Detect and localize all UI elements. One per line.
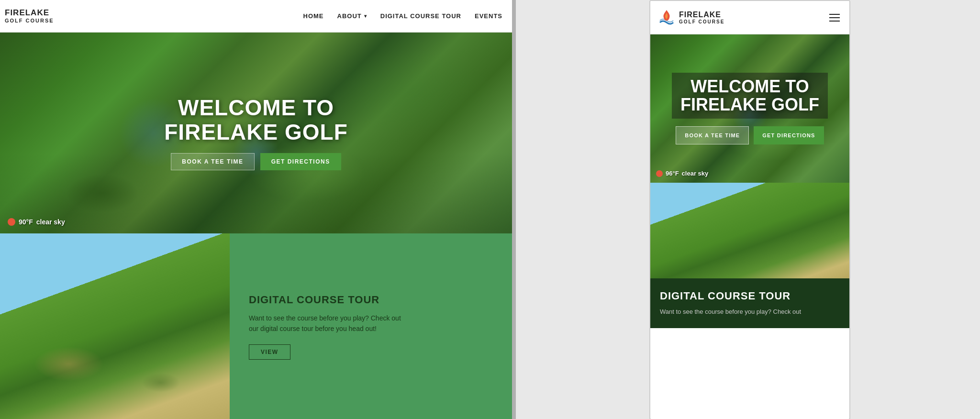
hero-overlay: WELCOME TO FIRELAKE GOLF BOOK A TEE TIME… — [0, 33, 512, 233]
mobile-hero-title-line2: FIRELAKE GOLF — [680, 95, 819, 114]
nav-links: HOME ABOUT ▾ DIGITAL COURSE TOUR EVENTS — [303, 12, 502, 20]
mobile-view-panel: FIRELAKE GOLF COURSE WELCOME TO FIRELAKE… — [516, 0, 980, 419]
nav-digital-course-tour[interactable]: DIGITAL COURSE TOUR — [380, 12, 461, 20]
mobile-nav: FIRELAKE GOLF COURSE — [650, 1, 849, 34]
mobile-weather-dot-icon — [656, 170, 663, 177]
flame-icon — [658, 9, 675, 26]
nav-about[interactable]: ABOUT ▾ — [337, 12, 367, 20]
mobile-hero: WELCOME TO FIRELAKE GOLF BOOK A TEE TIME… — [650, 34, 849, 183]
mobile-get-directions-button[interactable]: GET DIRECTIONS — [754, 126, 824, 144]
hero-title-line2: FIRELAKE GOLF — [164, 120, 348, 144]
mobile-logo: FIRELAKE GOLF COURSE — [658, 9, 827, 26]
get-directions-button[interactable]: GET DIRECTIONS — [260, 153, 341, 170]
mobile-book-tee-time-button[interactable]: BOOK A TEE TIME — [676, 126, 749, 144]
desktop-hero: WELCOME TO FIRELAKE GOLF BOOK A TEE TIME… — [0, 33, 512, 233]
hamburger-menu[interactable] — [827, 12, 842, 23]
weather-badge: 90°F clear sky — [8, 218, 65, 226]
view-button[interactable]: VIEW — [249, 344, 290, 360]
logo-line2: GOLF COURSE — [5, 18, 54, 23]
mobile-logo-line1: FIRELAKE — [679, 11, 724, 19]
weather-dot-icon — [8, 218, 15, 226]
about-chevron-icon: ▾ — [364, 13, 367, 19]
digital-tour-content: DIGITAL COURSE TOUR Want to see the cour… — [230, 233, 512, 419]
panel-separator — [512, 0, 516, 419]
mobile-hero-title-line1: WELCOME TO — [690, 77, 809, 96]
hamburger-line-2 — [829, 17, 840, 18]
nav-about-label: ABOUT — [337, 12, 362, 20]
desktop-nav: FIRELAKE GOLF COURSE HOME ABOUT ▾ DIGITA… — [0, 0, 512, 33]
weather-temp: 90°F — [19, 218, 33, 226]
mobile-digital-tour-title: DIGITAL COURSE TOUR — [660, 290, 840, 302]
mobile-weather-badge: 96°F clear sky — [656, 170, 708, 177]
desktop-lower-section: DIGITAL COURSE TOUR Want to see the cour… — [0, 233, 512, 419]
mobile-lower-section: DIGITAL COURSE TOUR Want to see the cour… — [650, 183, 849, 328]
course-image — [0, 233, 230, 419]
digital-tour-description: Want to see the course before you play? … — [249, 313, 402, 334]
mobile-hero-title-bg: WELCOME TO FIRELAKE GOLF — [672, 73, 828, 119]
hamburger-line-3 — [829, 21, 840, 22]
mobile-digital-tour-content: DIGITAL COURSE TOUR Want to see the cour… — [650, 278, 849, 328]
hero-buttons: BOOK A TEE TIME GET DIRECTIONS — [171, 153, 341, 170]
mobile-course-image — [650, 183, 849, 278]
logo-line1: FIRELAKE — [5, 9, 54, 18]
mobile-device: FIRELAKE GOLF COURSE WELCOME TO FIRELAKE… — [649, 0, 850, 419]
mobile-weather-desc: clear sky — [682, 170, 709, 177]
hamburger-line-1 — [829, 14, 840, 15]
book-tee-time-button[interactable]: BOOK A TEE TIME — [171, 153, 254, 170]
mobile-weather-temp: 96°F — [666, 170, 679, 177]
mobile-hero-title: WELCOME TO FIRELAKE GOLF — [680, 77, 819, 114]
mobile-logo-text: FIRELAKE GOLF COURSE — [679, 11, 724, 24]
desktop-view: FIRELAKE GOLF COURSE HOME ABOUT ▾ DIGITA… — [0, 0, 512, 419]
hero-title-line1: WELCOME TO — [178, 95, 334, 120]
hero-title: WELCOME TO FIRELAKE GOLF — [164, 96, 348, 144]
nav-events[interactable]: EVENTS — [475, 12, 502, 20]
desktop-logo: FIRELAKE GOLF COURSE — [5, 9, 54, 23]
digital-tour-title: DIGITAL COURSE TOUR — [249, 294, 493, 306]
nav-home[interactable]: HOME — [303, 12, 324, 20]
mobile-hero-overlay: WELCOME TO FIRELAKE GOLF BOOK A TEE TIME… — [650, 34, 849, 183]
mobile-digital-tour-description: Want to see the course before you play? … — [660, 307, 840, 317]
weather-desc: clear sky — [36, 218, 65, 226]
mobile-logo-line2: GOLF COURSE — [679, 19, 724, 24]
mobile-hero-buttons: BOOK A TEE TIME GET DIRECTIONS — [676, 126, 824, 144]
